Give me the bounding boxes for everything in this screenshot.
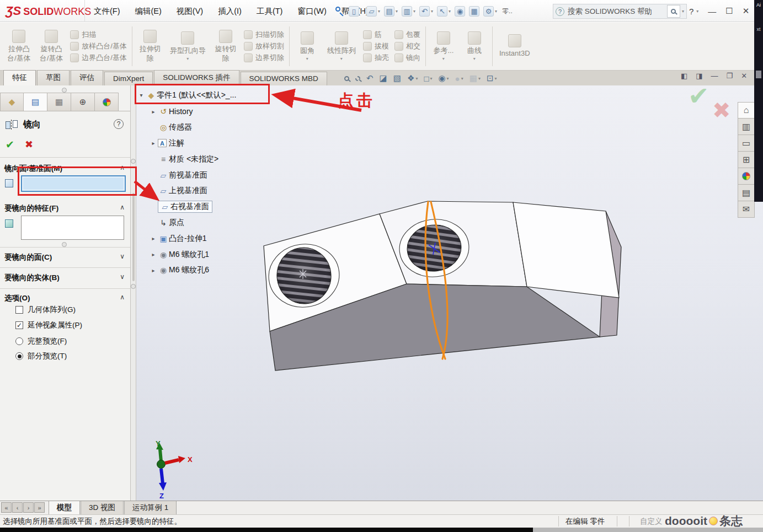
section-faces-to-mirror[interactable]: 要镜向的面(C) ∨ [0,251,130,264]
dropdown-arrow-icon[interactable]: ▾ [431,9,433,14]
panel-viewport-divider[interactable] [130,85,136,513]
doc-restore-button[interactable]: ❐ [727,72,733,80]
tree-item-右视基准面[interactable]: ▱右视基准面 [137,199,269,215]
revolved-boss-base-button[interactable]: 旋转凸 台/基体 [38,29,65,64]
menu-item-4[interactable]: 工具(T) [257,6,283,17]
confirmation-cancel-icon[interactable]: ✖ [712,98,731,123]
scrollbar-thumb[interactable] [132,193,135,281]
file-explorer-button[interactable]: ▭ [738,135,755,152]
bottom-tab-运动算例-1[interactable]: 运动算例 1 [124,501,177,515]
expand-arrow-icon[interactable]: ▸ [149,140,158,146]
tree-item-M6-螺纹孔1[interactable]: ▸◉M6 螺纹孔1 [137,246,269,262]
dropdown-arrow-icon[interactable]: ▾ [430,76,432,81]
previous-view-icon[interactable]: ↶ [366,73,374,83]
minimize-button[interactable]: — [708,7,716,16]
display-style-icon[interactable]: □▾ [424,74,432,83]
close-button[interactable]: ✕ [743,6,750,16]
swept-cut-button[interactable]: 扫描切除 [244,30,284,39]
revolved-cut-button[interactable]: 旋转切 除 [213,29,238,64]
customize-link[interactable]: 自定义 [640,517,663,526]
save-button[interactable]: ▤▾ [384,6,398,17]
dropdown-arrow-icon[interactable]: ▾ [378,9,380,14]
tab-solidworks-插件[interactable]: SOLIDWORKS 插件 [154,70,239,85]
undo-button[interactable]: ↶▾ [419,6,433,17]
propertymanager-tab[interactable]: ▤ [24,93,47,111]
dropdown-arrow-icon[interactable]: ▾ [396,9,398,14]
panel-splitter-handle[interactable] [62,242,67,247]
menu-item-5[interactable]: 窗口(W) [297,6,326,17]
extruded-cut-button[interactable]: 拉伸切 除 [137,29,163,64]
search-input[interactable]: 搜索 SOLIDWORKS 帮助 [568,7,667,17]
dropdown-arrow-icon[interactable]: ▾ [478,76,481,81]
ok-button[interactable]: ✔ [6,138,14,151]
tab-评估[interactable]: 评估 [71,70,103,85]
previous-window-icon[interactable]: ◧ [681,72,687,80]
dropdown-arrow-icon[interactable]: ▾ [186,56,189,61]
home-button[interactable]: ⌂ [738,102,755,119]
option-checkbox-0[interactable]: 几何体阵列(G) [15,304,76,316]
help-dropdown-icon[interactable]: ▾ [696,9,698,14]
section-bodies-to-mirror[interactable]: 要镜向的实体(B) ∨ [0,272,130,284]
mirror-button[interactable]: 镜向 [394,53,420,62]
chevron-icon[interactable]: ∨ [120,252,125,260]
forum-button[interactable]: ✉ [738,201,755,218]
tree-item-前视基准面[interactable]: ▱前视基准面 [137,167,269,183]
intersect-button[interactable]: 相交 [394,42,420,51]
menu-item-3[interactable]: 插入(I) [218,6,242,17]
option-radio-2[interactable]: 完整预览(F) [15,335,67,347]
annotation-view-icon[interactable]: ▧ [393,73,401,83]
dropdown-arrow-icon[interactable]: ▾ [449,9,451,14]
shell-button[interactable]: 抽壳 [363,53,389,62]
reference-geometry-button[interactable]: 参考...▾ [431,30,456,62]
tree-item-原点[interactable]: ↳原点 [137,215,269,231]
new-file-button[interactable]: ▯▾ [349,6,362,17]
rib-button[interactable]: 筋 [363,30,389,39]
lofted-cut-button[interactable]: 放样切割 [244,42,284,51]
curves-button[interactable]: 曲线▾ [462,30,487,62]
help-button[interactable]: ? [689,7,693,16]
checkbox-icon[interactable]: ✓ [15,321,23,329]
custom-properties-button[interactable]: ▤ [738,185,755,201]
hole-wizard-button[interactable]: 异型孔向导▾ [168,30,207,62]
dropdown-arrow-icon[interactable]: ▾ [415,76,418,81]
first-tab-button[interactable]: « [1,502,12,513]
last-tab-button[interactable]: » [34,502,45,513]
select-button[interactable]: ↖▾ [437,6,451,17]
next-window-icon[interactable]: ◨ [696,72,702,80]
cancel-button[interactable]: ✖ [25,138,33,151]
tree-item-传感器[interactable]: ◎传感器 [137,120,269,136]
radio-icon[interactable] [15,337,23,345]
boundary-cut-button[interactable]: 边界切除 [244,53,284,62]
displaymanager-tab[interactable] [95,93,119,111]
extruded-boss-base-button[interactable]: 拉伸凸 台/基体 [6,29,33,64]
features-selection-box[interactable] [21,216,124,240]
appearances-scenes-button[interactable]: ⊞ [738,152,755,168]
swept-boss-base-button[interactable]: 扫描 [70,30,127,39]
menu-item-2[interactable]: 视图(V) [177,6,203,17]
dropdown-arrow-icon[interactable]: ▾ [461,76,463,81]
panel-splitter-handle[interactable] [62,88,67,93]
view-settings-icon[interactable]: ⊡▾ [487,73,497,83]
pin-menu-icon[interactable] [335,7,340,12]
tab-草图[interactable]: 草图 [37,70,70,85]
section-view-icon[interactable]: ◪ [380,73,387,83]
next-tab-button[interactable]: › [23,502,34,513]
apply-scene-icon[interactable]: ▦▾ [469,73,481,83]
lofted-boss-base-button[interactable]: 放样凸台/基体 [70,42,127,51]
dropdown-arrow-icon[interactable]: ▾ [494,76,497,81]
zoom-to-area-icon[interactable] [355,76,360,81]
prev-tab-button[interactable]: ‹ [12,502,23,513]
search-dropdown-icon[interactable]: ▾ [682,9,684,14]
dropdown-arrow-icon[interactable]: ▾ [360,9,362,14]
fillet-button[interactable]: 圆角▾ [295,30,320,62]
confirmation-accept-icon[interactable]: ✔ [688,81,709,111]
tree-item-M6-螺纹孔6[interactable]: ▸◉M6 螺纹孔6 [137,262,269,278]
dropdown-arrow-icon[interactable]: ▾ [306,56,308,61]
tree-item-History[interactable]: ▸↺History [137,104,269,120]
draft-button[interactable]: 拔模 [363,42,389,51]
tab-特征[interactable]: 特征 [3,70,36,85]
bottom-tab-模型[interactable]: 模型 [49,501,80,515]
chevron-icon[interactable]: ∧ [120,203,125,211]
expand-arrow-icon[interactable]: ▸ [149,109,158,115]
chevron-icon[interactable]: ∧ [120,293,125,301]
